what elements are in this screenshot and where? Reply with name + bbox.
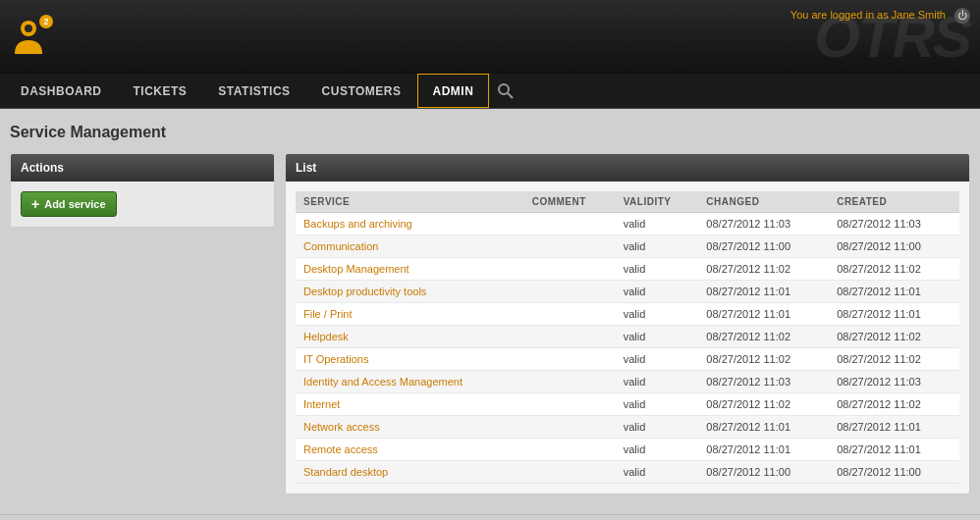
table-row: Identity and Access Managementvalid08/27… xyxy=(296,371,959,393)
comment-cell xyxy=(524,393,616,416)
plus-icon: + xyxy=(31,197,39,211)
main-content: Service Management Actions + Add service… xyxy=(0,109,980,509)
changed-cell: 08/27/2012 11:02 xyxy=(698,393,829,416)
changed-cell: 08/27/2012 11:02 xyxy=(698,348,829,371)
changed-cell: 08/27/2012 11:01 xyxy=(698,303,829,326)
user-name: Jane Smith xyxy=(892,9,946,21)
table-row: Desktop productivity toolsvalid08/27/201… xyxy=(296,281,959,303)
created-cell: 08/27/2012 11:02 xyxy=(829,348,959,371)
comment-cell xyxy=(524,416,616,439)
table-header: SERVICE COMMENT VALIDITY CHANGED CREATED xyxy=(296,191,959,213)
nav-item-dashboard[interactable]: DASHBOARD xyxy=(5,74,118,108)
service-name-cell[interactable]: Internet xyxy=(296,393,524,416)
content-area: Actions + Add service List SERVICE COMME… xyxy=(10,153,970,494)
validity-cell: valid xyxy=(616,393,699,416)
validity-cell: valid xyxy=(616,258,699,281)
created-cell: 08/27/2012 11:03 xyxy=(829,371,959,393)
table-row: Remote accessvalid08/27/2012 11:0108/27/… xyxy=(296,439,959,461)
table-row: Helpdeskvalid08/27/2012 11:0208/27/2012 … xyxy=(296,326,959,348)
col-service: SERVICE xyxy=(296,191,524,213)
nav-item-statistics[interactable]: STATISTICS xyxy=(202,74,305,108)
user-info: You are logged in as Jane Smith ⏻ xyxy=(790,8,970,24)
created-cell: 08/27/2012 11:02 xyxy=(829,393,959,416)
notification-badge[interactable]: 2 xyxy=(39,15,53,28)
service-name-cell[interactable]: File / Print xyxy=(296,303,524,326)
comment-cell xyxy=(524,258,616,281)
service-name-cell[interactable]: Remote access xyxy=(296,439,524,461)
service-name-cell[interactable]: Desktop productivity tools xyxy=(296,281,524,303)
validity-cell: valid xyxy=(616,326,699,348)
validity-cell: valid xyxy=(616,348,699,371)
nav-item-tickets[interactable]: TICKETS xyxy=(118,74,203,108)
comment-cell xyxy=(524,213,616,235)
comment-cell xyxy=(524,303,616,326)
add-service-button[interactable]: + Add service xyxy=(21,191,117,217)
actions-sidebar: Actions + Add service xyxy=(10,153,275,228)
comment-cell xyxy=(524,348,616,371)
col-validity: VALIDITY xyxy=(616,191,699,213)
table-row: Network accessvalid08/27/2012 11:0108/27… xyxy=(296,416,959,439)
app-header: 2 OTRS You are logged in as Jane Smith ⏻ xyxy=(0,0,980,74)
table-row: Desktop Managementvalid08/27/2012 11:020… xyxy=(296,258,959,281)
comment-cell xyxy=(524,281,616,303)
service-name-cell[interactable]: Identity and Access Management xyxy=(296,371,524,393)
validity-cell: valid xyxy=(616,213,699,235)
nav-item-customers[interactable]: CUSTOMERS xyxy=(306,74,417,108)
list-panel: List SERVICE COMMENT VALIDITY CHANGED CR… xyxy=(285,153,970,494)
table-row: IT Operationsvalid08/27/2012 11:0208/27/… xyxy=(296,348,959,371)
changed-cell: 08/27/2012 11:03 xyxy=(698,213,829,235)
comment-cell xyxy=(524,326,616,348)
validity-cell: valid xyxy=(616,235,699,258)
service-name-cell[interactable]: Network access xyxy=(296,416,524,439)
service-name-cell[interactable]: Standard desktop xyxy=(296,461,524,484)
add-service-label: Add service xyxy=(44,198,105,210)
changed-cell: 08/27/2012 11:01 xyxy=(698,281,829,303)
created-cell: 08/27/2012 11:03 xyxy=(829,213,959,235)
comment-cell xyxy=(524,235,616,258)
table-row: File / Printvalid08/27/2012 11:0108/27/2… xyxy=(296,303,959,326)
table-body: Backups and archivingvalid08/27/2012 11:… xyxy=(296,213,959,484)
page-footer: Powered by OTRS 3.1.9 Top of page ▲ xyxy=(0,514,980,520)
nav-search-button[interactable] xyxy=(489,74,522,108)
validity-cell: valid xyxy=(616,439,699,461)
svg-line-3 xyxy=(508,93,513,98)
col-comment: COMMENT xyxy=(524,191,616,213)
table-row: Backups and archivingvalid08/27/2012 11:… xyxy=(296,213,959,235)
changed-cell: 08/27/2012 11:00 xyxy=(698,235,829,258)
sidebar-header: Actions xyxy=(11,154,274,182)
changed-cell: 08/27/2012 11:02 xyxy=(698,258,829,281)
validity-cell: valid xyxy=(616,461,699,484)
svg-point-1 xyxy=(25,25,32,32)
comment-cell xyxy=(524,461,616,484)
service-name-cell[interactable]: IT Operations xyxy=(296,348,524,371)
search-icon xyxy=(497,82,515,100)
service-name-cell[interactable]: Desktop Management xyxy=(296,258,524,281)
created-cell: 08/27/2012 11:00 xyxy=(829,235,959,258)
service-name-cell[interactable]: Backups and archiving xyxy=(296,213,524,235)
validity-cell: valid xyxy=(616,371,699,393)
page-title: Service Management xyxy=(10,124,970,141)
table-row: Communicationvalid08/27/2012 11:0008/27/… xyxy=(296,235,959,258)
list-panel-header: List xyxy=(286,154,969,182)
list-panel-body: SERVICE COMMENT VALIDITY CHANGED CREATED… xyxy=(286,182,969,494)
comment-cell xyxy=(524,439,616,461)
validity-cell: valid xyxy=(616,281,699,303)
created-cell: 08/27/2012 11:01 xyxy=(829,281,959,303)
svg-point-2 xyxy=(499,84,509,94)
service-name-cell[interactable]: Helpdesk xyxy=(296,326,524,348)
changed-cell: 08/27/2012 11:01 xyxy=(698,439,829,461)
table-row: Internetvalid08/27/2012 11:0208/27/2012 … xyxy=(296,393,959,416)
created-cell: 08/27/2012 11:01 xyxy=(829,439,959,461)
main-nav: DASHBOARD TICKETS STATISTICS CUSTOMERS A… xyxy=(0,74,980,109)
nav-item-admin[interactable]: ADMIN xyxy=(417,74,490,108)
table-row: Standard desktopvalid08/27/2012 11:0008/… xyxy=(296,461,959,484)
logout-icon[interactable]: ⏻ xyxy=(954,8,970,24)
logo-area: 2 xyxy=(10,17,47,57)
comment-cell xyxy=(524,371,616,393)
created-cell: 08/27/2012 11:01 xyxy=(829,303,959,326)
changed-cell: 08/27/2012 11:03 xyxy=(698,371,829,393)
created-cell: 08/27/2012 11:00 xyxy=(829,461,959,484)
changed-cell: 08/27/2012 11:00 xyxy=(698,461,829,484)
service-name-cell[interactable]: Communication xyxy=(296,235,524,258)
sidebar-body: + Add service xyxy=(11,182,274,227)
